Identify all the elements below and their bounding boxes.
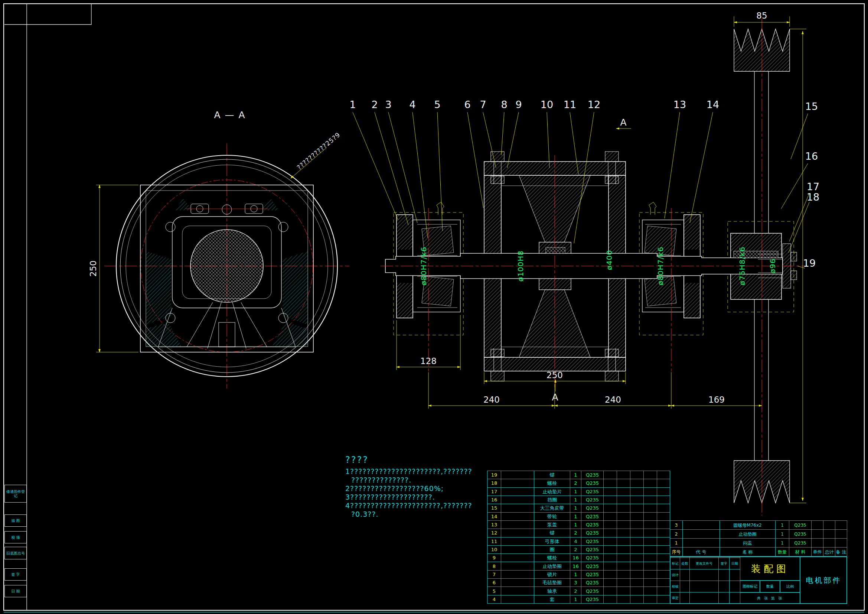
field-mark: 图样标记 bbox=[740, 581, 760, 592]
fit-label-4: ø80H7/k6 bbox=[656, 247, 665, 286]
callout-13: 13 bbox=[673, 99, 686, 110]
callout-4: 4 bbox=[409, 99, 415, 110]
callout-11: 11 bbox=[564, 99, 576, 110]
fit-label-2: ø100H8 bbox=[516, 250, 525, 281]
note-line: 3????????????????????. bbox=[345, 493, 472, 501]
table-row: 6毛毡垫圈3Q235 bbox=[487, 579, 670, 587]
section-view-a-a: 250 bbox=[88, 143, 349, 389]
note-line: 2??????????????????60%; bbox=[345, 484, 472, 493]
table-row: 设计 bbox=[671, 569, 740, 581]
table-row: 5轴承2Q235 bbox=[487, 587, 670, 595]
field-scale: 比例 bbox=[780, 581, 800, 592]
table-row: 校核 bbox=[671, 581, 740, 592]
table-row: 15大三角皮带1Q235 bbox=[487, 504, 670, 512]
dim-250-lines bbox=[96, 185, 138, 352]
table-row: 17止动垫片1Q235 bbox=[487, 487, 670, 496]
dim-250-view: 250 bbox=[88, 260, 98, 277]
callout-8: 8 bbox=[501, 99, 507, 110]
table-row: 2止动垫圈1Q235 bbox=[670, 530, 847, 539]
title-block-revision-grid: 标记处数更改文件号签字日期设计校核审定 bbox=[670, 557, 740, 604]
table-row: 1闷盖1Q235 bbox=[670, 539, 847, 547]
product-name: 电机部件 bbox=[800, 557, 847, 604]
margin-box-signature: 签 字 bbox=[5, 568, 27, 581]
callout-16: 16 bbox=[805, 151, 818, 162]
drawing-title: 装配图 bbox=[740, 557, 800, 581]
section-marker-bottom: A bbox=[552, 379, 559, 403]
callout-12: 12 bbox=[588, 99, 600, 110]
sheet-count: 共 张 第 张 bbox=[740, 592, 800, 604]
note-line: 1??????????????????????,??????? bbox=[345, 467, 472, 476]
callout-1: 1 bbox=[349, 99, 356, 110]
hole-annotation: ??????????25?9 bbox=[296, 131, 341, 171]
dim-169: 169 bbox=[708, 395, 725, 404]
title-block-fields: 图样标记 数量 比例 bbox=[740, 581, 800, 592]
title-block: 标记处数更改文件号签字日期设计校核审定 装配图 图样标记 数量 比例 共 张 第… bbox=[670, 556, 847, 604]
table-row: 10圈2Q235 bbox=[487, 545, 670, 553]
margin-box-date: 日 期 bbox=[5, 585, 27, 597]
callout-10: 10 bbox=[541, 99, 553, 110]
callout-2: 2 bbox=[371, 99, 378, 110]
callout-5: 5 bbox=[434, 99, 440, 110]
shaft-bore-hatch bbox=[191, 230, 263, 302]
table-row: 11弓形体4Q235 bbox=[487, 537, 670, 545]
margin-box-borrow: 借通用件登记 bbox=[5, 485, 27, 502]
field-qty: 数量 bbox=[760, 581, 780, 592]
grease-fitting bbox=[649, 202, 656, 215]
dim-85: 85 bbox=[756, 11, 767, 20]
callout-3: 3 bbox=[385, 99, 391, 110]
dim-128: 128 bbox=[420, 356, 437, 366]
callout-6: 6 bbox=[464, 99, 470, 110]
table-row: 9螺栓16Q235 bbox=[487, 554, 670, 562]
callout-17: 17 bbox=[807, 181, 819, 193]
callout-18: 18 bbox=[807, 191, 819, 203]
table-row: 18螺栓2Q235 bbox=[487, 479, 670, 487]
table-row: 7锁片1Q235 bbox=[487, 570, 670, 578]
bom-table-left: 19键1Q23518螺栓2Q23517止动垫片1Q23516挡圈1Q23515大… bbox=[487, 471, 670, 604]
margin-box-trace: 描 图 bbox=[5, 515, 27, 527]
grease-fitting bbox=[437, 202, 444, 215]
table-row: 19键1Q235 bbox=[487, 471, 670, 479]
table-row: 14带轮1Q235 bbox=[487, 512, 670, 521]
drawing-sheet: 250 A — A ??????????25?9 bbox=[0, 0, 868, 614]
section-label: A — A bbox=[214, 110, 245, 120]
margin-box-check-trace: 校 描 bbox=[5, 531, 27, 543]
table-row: 12键2Q235 bbox=[487, 529, 670, 537]
table-row: 标记处数更改文件号签字日期 bbox=[671, 558, 740, 569]
fit-label-1: ø80H7/k6 bbox=[419, 247, 428, 286]
margin-box-old-drawing: 旧底图总号 bbox=[5, 547, 27, 560]
section-marker-top: A bbox=[616, 117, 631, 129]
technical-notes: ???? 1??????????????????????,??????? ???… bbox=[345, 455, 472, 519]
note-line: 4??????????????????????,??????? bbox=[345, 501, 472, 510]
callout-9: 9 bbox=[515, 99, 522, 110]
table-row: 审定 bbox=[671, 592, 740, 604]
table-row: 3圆螺母M76x21Q235 bbox=[670, 521, 847, 530]
dim-250: 250 bbox=[547, 370, 563, 380]
dim-240-a: 240 bbox=[484, 395, 500, 404]
callout-7: 7 bbox=[480, 99, 486, 110]
bom-table-right: 3圆螺母M76x21Q2352止动垫圈1Q2351闷盖1Q235序号代 号名 称… bbox=[670, 521, 847, 556]
svg-text:A: A bbox=[620, 117, 627, 128]
table-row: 16挡圈1Q235 bbox=[487, 496, 670, 504]
svg-text:A: A bbox=[552, 392, 559, 403]
fit-label-6: ø96 bbox=[768, 258, 777, 274]
dim-240-b: 240 bbox=[605, 395, 621, 404]
table-row: 序号代 号名 称数量材 料单件总计备 注 bbox=[670, 547, 847, 556]
fit-label-3: ø400 bbox=[605, 250, 614, 270]
table-row: 8止动垫圈16Q235 bbox=[487, 562, 670, 570]
fit-label-5: ø75H8/k6 bbox=[738, 247, 747, 286]
table-row: 13泵盖1Q235 bbox=[487, 521, 670, 529]
table-row: 4套1Q235 bbox=[487, 595, 670, 603]
notes-title: ???? bbox=[345, 455, 472, 465]
callout-15: 15 bbox=[805, 101, 818, 112]
note-line: ??????????????. bbox=[351, 476, 472, 484]
note-line: ?0.3??. bbox=[351, 510, 472, 519]
callout-19: 19 bbox=[803, 257, 816, 269]
callout-14: 14 bbox=[707, 99, 719, 110]
